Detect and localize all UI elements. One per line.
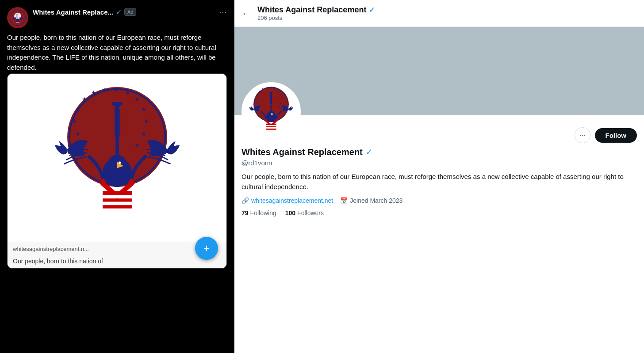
svg-text:★: ★ — [75, 131, 80, 137]
svg-text:★: ★ — [125, 89, 130, 96]
svg-text:★: ★ — [134, 142, 140, 148]
svg-rect-68 — [269, 92, 273, 93]
svg-rect-78 — [266, 127, 276, 129]
more-options-button[interactable]: ··· — [575, 127, 590, 143]
svg-rect-76 — [266, 125, 276, 126]
svg-rect-40 — [115, 137, 119, 158]
header-account-name: Whites Against Replacement ✓ — [257, 5, 375, 15]
profile-joined: 📅 Joined March 2023 — [340, 197, 402, 204]
avatar-left[interactable]: ★ ★ ★ ★ ★ ★ ★ ★ ★ ★ ★ ★ ★ — [7, 7, 28, 28]
back-button[interactable]: ← — [242, 8, 250, 19]
tweet-header-info: Whites Against Replace... ✓ Ad ⋯ — [33, 7, 227, 17]
profile-bio: Our people, born to this nation of our E… — [242, 172, 637, 192]
profile-handle: @rd1vonn — [242, 159, 637, 167]
svg-text:★: ★ — [114, 87, 119, 93]
svg-text:★: ★ — [102, 87, 107, 93]
followers-count: 100 — [285, 209, 295, 216]
more-options-icon-left[interactable]: ⋯ — [219, 7, 227, 17]
svg-rect-19 — [15, 22, 20, 23]
svg-text:★: ★ — [17, 10, 18, 11]
website-link[interactable]: whitesagainstreplacement.net — [251, 197, 333, 204]
right-panel: ← Whites Against Replacement ✓ 206 posts… — [234, 0, 644, 353]
tweet-image-caption: Our people, born to this nation of — [8, 256, 226, 268]
followers-label: Followers — [297, 209, 324, 216]
svg-rect-17 — [17, 14, 18, 14]
svg-rect-16 — [17, 14, 18, 19]
svg-rect-77 — [266, 126, 276, 128]
svg-rect-39 — [112, 102, 122, 106]
svg-text:★: ★ — [22, 20, 23, 21]
header-info: Whites Against Replacement ✓ 206 posts — [257, 5, 375, 21]
profile-actions: ··· Follow — [575, 127, 637, 147]
svg-rect-50 — [103, 205, 132, 209]
header-name-text: Whites Against Replacement — [257, 5, 366, 15]
svg-text:★: ★ — [12, 12, 13, 13]
svg-rect-75 — [266, 124, 276, 125]
svg-rect-48 — [103, 198, 132, 202]
ad-badge: Ad — [124, 8, 136, 16]
profile-meta: 🔗 whitesagainstreplacement.net 📅 Joined … — [242, 197, 637, 204]
svg-point-45 — [118, 161, 121, 164]
following-label: Following — [250, 209, 276, 216]
joined-text: Joined March 2023 — [350, 197, 402, 204]
svg-text:★: ★ — [143, 118, 149, 125]
tweet-image-card[interactable]: ★ ★ ★ ★ ★ ★ ★ ★ ★ ★ ★ ★ ★ ★ — [7, 73, 227, 269]
left-panel: ★ ★ ★ ★ ★ ★ ★ ★ ★ ★ ★ ★ ★ — [0, 0, 234, 353]
profile-avatar-wrapper: ★ ★ ★ ★ ★ ★ ★ ★ ★ ★ ★ ★ ★ — [242, 82, 301, 141]
svg-text:★: ★ — [81, 96, 87, 102]
profile-header: ← Whites Against Replacement ✓ 206 posts — [234, 0, 644, 27]
svg-text:★: ★ — [134, 96, 140, 102]
follow-button[interactable]: Follow — [595, 128, 637, 143]
profile-name-row: Whites Against Replacement ✓ — [242, 147, 637, 157]
svg-rect-71 — [272, 94, 274, 95]
svg-point-74 — [272, 113, 272, 114]
svg-text:★: ★ — [141, 106, 146, 113]
profile-section: ★ ★ ★ ★ ★ ★ ★ ★ ★ ★ ★ ★ ★ — [234, 115, 644, 224]
svg-text:★: ★ — [19, 10, 20, 11]
tweet-header: ★ ★ ★ ★ ★ ★ ★ ★ ★ ★ ★ ★ ★ — [7, 7, 227, 28]
tweet-card[interactable]: ★ ★ ★ ★ ★ ★ ★ ★ ★ ★ ★ ★ ★ ★ — [7, 73, 227, 269]
verified-badge-profile: ✓ — [365, 147, 373, 157]
svg-text:★: ★ — [75, 106, 80, 113]
svg-text:★: ★ — [141, 131, 146, 137]
svg-rect-49 — [103, 202, 132, 205]
svg-rect-70 — [272, 94, 274, 103]
svg-text:★: ★ — [15, 10, 15, 11]
svg-rect-79 — [266, 129, 276, 130]
svg-text:★: ★ — [12, 20, 13, 21]
header-posts-count: 206 posts — [257, 15, 375, 21]
svg-rect-69 — [271, 104, 272, 112]
following-stat[interactable]: 79 Following — [242, 209, 276, 216]
verified-badge-left: ✓ — [116, 8, 122, 16]
profile-display-name: Whites Against Replacement — [242, 147, 363, 157]
svg-rect-46 — [103, 191, 132, 195]
svg-text:★: ★ — [11, 14, 12, 15]
profile-website[interactable]: 🔗 whitesagainstreplacement.net — [242, 197, 333, 204]
svg-rect-20 — [16, 22, 19, 23]
verified-badge-right-header: ✓ — [369, 6, 375, 14]
svg-rect-42 — [119, 107, 125, 109]
profile-stats: 79 Following 100 Followers — [242, 209, 637, 216]
tweet-name-row: Whites Against Replace... ✓ Ad ⋯ — [33, 7, 227, 17]
svg-text:★: ★ — [91, 89, 96, 96]
tweet-image-url: whitesagainstreplacement.n... — [8, 242, 226, 256]
following-count: 79 — [242, 209, 249, 216]
svg-text:★: ★ — [11, 17, 12, 19]
followers-stat[interactable]: 100 Followers — [285, 209, 324, 216]
calendar-icon: 📅 — [340, 197, 348, 204]
svg-rect-41 — [120, 108, 124, 133]
svg-rect-47 — [103, 195, 132, 199]
svg-text:★: ★ — [72, 118, 77, 125]
tweet-image-logo: ★ ★ ★ ★ ★ ★ ★ ★ ★ ★ ★ ★ ★ ★ — [8, 74, 226, 242]
tweet-account-name[interactable]: Whites Against Replace... — [33, 8, 113, 16]
link-icon: 🔗 — [242, 197, 249, 204]
svg-text:★: ★ — [22, 12, 23, 13]
fab-compose-button[interactable]: + — [195, 237, 218, 260]
svg-text:★: ★ — [15, 22, 15, 23]
tweet-text: Our people, born to this nation of our E… — [7, 33, 227, 72]
svg-text:★: ★ — [23, 17, 23, 19]
svg-text:★: ★ — [23, 14, 23, 15]
profile-avatar[interactable]: ★ ★ ★ ★ ★ ★ ★ ★ ★ ★ ★ ★ ★ — [242, 82, 301, 141]
svg-rect-21 — [16, 23, 19, 23]
